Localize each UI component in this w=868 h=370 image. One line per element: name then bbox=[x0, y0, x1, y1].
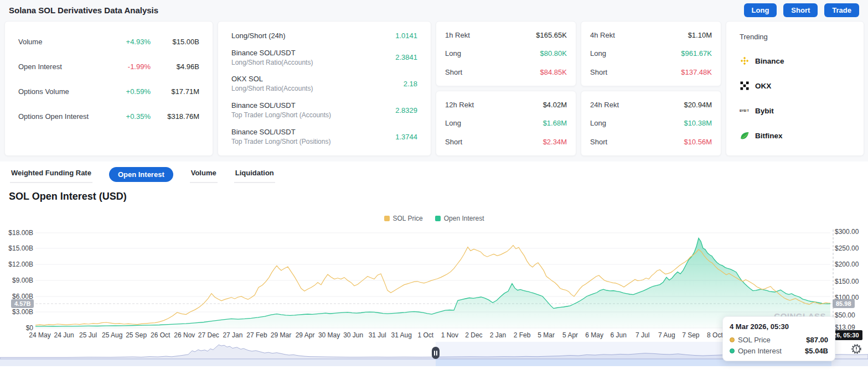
long-short-ratio-card: Long/Short (24h) 1.0141 Binance SOL/USDT… bbox=[218, 21, 431, 156]
trending-name: Binance bbox=[755, 57, 784, 65]
bitfinex-logo-icon bbox=[740, 131, 750, 140]
x-tick: 1 Oct bbox=[417, 331, 433, 339]
sol-price-swatch-icon bbox=[384, 216, 390, 221]
x-tick: 7 Sep bbox=[682, 331, 699, 339]
ratio-sublabel: Top Trader Long/Short (Positions) bbox=[231, 138, 330, 145]
y-right-tick: $150.00 bbox=[835, 278, 859, 285]
tab-open-interest[interactable]: Open Interest bbox=[109, 167, 173, 182]
x-tick: 27 Feb bbox=[246, 331, 267, 339]
chart-legend: SOL Price Open Interest bbox=[0, 215, 868, 222]
x-tick: 26 Oct bbox=[151, 331, 170, 339]
x-tick: 6 Jun bbox=[611, 331, 627, 339]
ratio-value: 1.3744 bbox=[395, 133, 417, 141]
rekt-total: $165.65K bbox=[536, 31, 567, 39]
rekt-long-label: Long bbox=[445, 119, 461, 127]
ratio-value: 2.18 bbox=[404, 80, 417, 88]
x-tick: 29 Apr bbox=[296, 331, 315, 339]
stat-value: $318.76M bbox=[151, 112, 199, 121]
x-tick: 27 Jan bbox=[223, 331, 242, 339]
short-button[interactable]: Short bbox=[783, 3, 818, 17]
ratio-sublabel: Long/Short Ratio(Accounts) bbox=[231, 85, 313, 92]
rekt-short-value: $2.34M bbox=[543, 138, 567, 146]
y-left-tick: $0 bbox=[26, 324, 33, 332]
settings-gear-icon[interactable] bbox=[850, 343, 862, 355]
tooltip-row-open-interest: Open Interest $5.04B bbox=[730, 347, 828, 355]
ratio-value: 2.8329 bbox=[395, 106, 417, 114]
trending-title: Trending bbox=[740, 33, 850, 41]
stat-row-options-open-interest: Options Open Interest +0.35% $318.76M bbox=[18, 104, 199, 129]
legend-item-sol-price[interactable]: SOL Price bbox=[384, 215, 423, 222]
x-tick: 27 Dec bbox=[198, 331, 219, 339]
x-tick: 6 May bbox=[585, 331, 603, 339]
rekt-total: $1.10M bbox=[688, 31, 712, 39]
ratio-value: 1.0141 bbox=[395, 32, 417, 40]
binance-logo-icon bbox=[740, 56, 750, 66]
rekt-short-label: Short bbox=[445, 68, 462, 76]
rekt-long-value: $10.38M bbox=[684, 119, 712, 127]
rekt-long-value: $1.68M bbox=[543, 119, 567, 127]
rekt-long-label: Long bbox=[590, 49, 606, 58]
rekt-cards-grid: 1h Rekt$165.65K Long$80.80K Short$84.85K… bbox=[436, 21, 721, 156]
trending-item-binance[interactable]: Binance bbox=[740, 56, 850, 66]
rekt-long-label: Long bbox=[445, 49, 461, 58]
x-tick: 26 Nov bbox=[174, 331, 195, 339]
chart-tabs: Weighted Funding Rate Open Interest Volu… bbox=[10, 166, 275, 183]
x-tick: 25 Jul bbox=[79, 331, 97, 339]
rekt-short-label: Short bbox=[445, 138, 462, 146]
rekt-card-24h: 24h Rekt$20.94M Long$10.38M Short$10.56M bbox=[581, 91, 721, 156]
ratio-row: OKX SOL Long/Short Ratio(Accounts) 2.18 bbox=[231, 75, 417, 92]
ratio-label: Long/Short (24h) bbox=[231, 32, 286, 40]
tooltip-label: SOL Price bbox=[738, 336, 771, 344]
stat-change: +0.59% bbox=[111, 87, 151, 96]
x-tick: 2 Feb bbox=[514, 331, 531, 339]
trending-item-okx[interactable]: OKX bbox=[740, 81, 850, 91]
ratio-label: Binance SOL/USDT bbox=[231, 101, 331, 110]
x-tick: 5 Apr bbox=[562, 331, 578, 339]
y-right-tick: $300.00 bbox=[835, 228, 859, 236]
ratio-label: Binance SOL/USDT bbox=[231, 128, 330, 136]
x-tick: 7 Jul bbox=[636, 331, 649, 339]
x-tick: 2 Dec bbox=[465, 331, 482, 339]
rekt-short-value: $10.56M bbox=[684, 138, 712, 146]
y-left-tick: $3.00B bbox=[12, 308, 33, 316]
ratio-value: 2.3841 bbox=[395, 53, 417, 61]
legend-label: SOL Price bbox=[393, 215, 423, 222]
sol-price-dot-icon bbox=[730, 337, 735, 342]
y-right-tick: $50.00 bbox=[835, 311, 855, 319]
tooltip-row-sol-price: SOL Price $87.00 bbox=[730, 336, 828, 344]
rekt-long-label: Long bbox=[590, 119, 606, 127]
y-axis-right: $300.00$250.00$200.00$150.00$100.00$50.0… bbox=[835, 0, 868, 370]
svg-text:BYB!T: BYB!T bbox=[740, 109, 750, 112]
legend-item-open-interest[interactable]: Open Interest bbox=[435, 215, 484, 222]
legend-label: Open Interest bbox=[444, 215, 484, 222]
ratio-row: Binance SOL/USDT Long/Short Ratio(Accoun… bbox=[231, 49, 417, 66]
ratio-row: Binance SOL/USDT Top Trader Long/Short (… bbox=[231, 101, 417, 119]
x-tick: 2 Jan bbox=[490, 331, 506, 339]
stat-value: $17.71M bbox=[151, 87, 199, 96]
x-tick: 25 Aug bbox=[102, 331, 122, 339]
rekt-short-value: $137.48K bbox=[681, 68, 712, 76]
trending-item-bitfinex[interactable]: Bitfinex bbox=[740, 131, 850, 140]
x-tick: 1 Nov bbox=[441, 331, 458, 339]
rekt-total: $4.02M bbox=[543, 101, 567, 109]
stat-row-options-volume: Options Volume +0.59% $17.71M bbox=[18, 79, 199, 104]
tooltip-value: $5.04B bbox=[805, 347, 828, 355]
trending-name: Bybit bbox=[755, 107, 774, 115]
chart-tooltip: 4 Mar 2026, 05:30 SOL Price $87.00 Open … bbox=[722, 316, 835, 361]
stat-change: +0.35% bbox=[111, 112, 151, 121]
long-button[interactable]: Long bbox=[744, 3, 777, 17]
stat-change: -1.99% bbox=[111, 62, 151, 71]
stat-change: +4.93% bbox=[111, 38, 151, 46]
rekt-total: $20.94M bbox=[684, 101, 712, 109]
rekt-title: 4h Rekt bbox=[590, 31, 615, 39]
tab-liquidation[interactable]: Liquidation bbox=[234, 166, 275, 183]
x-tick: 24 Jun bbox=[54, 331, 74, 339]
x-tick: 25 Sep bbox=[126, 331, 147, 339]
x-tick: 30 Jun bbox=[343, 331, 363, 339]
tab-volume[interactable]: Volume bbox=[190, 166, 218, 183]
trending-item-bybit[interactable]: BYB!T Bybit bbox=[740, 106, 850, 116]
volume-stats-card: Volume +4.93% $15.00B Open Interest -1.9… bbox=[4, 21, 213, 156]
header: Solana SOL Derivatives Data Analysis Lon… bbox=[0, 0, 868, 20]
tooltip-label: Open Interest bbox=[738, 347, 782, 355]
navigator-left-handle[interactable] bbox=[432, 347, 440, 359]
